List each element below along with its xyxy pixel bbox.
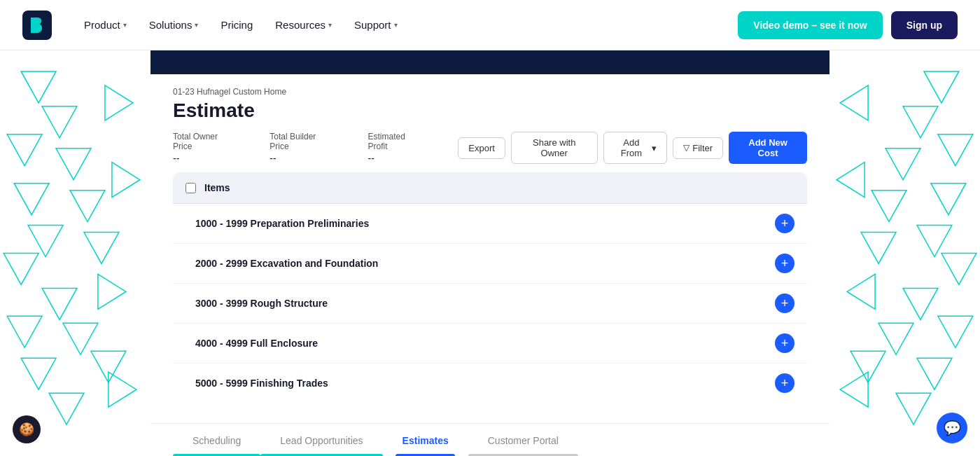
svg-marker-6 [70,191,105,222]
export-button[interactable]: Export [458,137,505,159]
estimate-section: 01-23 Hufnagel Custom Home Estimate Tota… [150,74,830,172]
svg-marker-32 [917,358,952,389]
svg-marker-13 [21,358,56,389]
chat-button[interactable]: 💬 [937,413,967,443]
svg-marker-26 [917,226,952,257]
add-cost-2-button[interactable]: + [775,293,794,313]
svg-marker-8 [4,254,38,285]
nav-links: Product ▾ Solutions ▾ Pricing Resources … [74,13,738,36]
add-cost-4-button[interactable]: + [775,373,794,393]
filter-icon: ▽ [683,143,690,153]
svg-marker-34 [896,393,931,424]
cost-item-1[interactable]: 2000 - 2999 Excavation and Foundation + [173,244,807,284]
svg-marker-15 [49,393,84,424]
share-with-owner-button[interactable]: Share with Owner [511,132,598,164]
items-header: Items [173,172,807,204]
svg-marker-22 [938,134,973,166]
svg-marker-21 [903,106,938,138]
items-table: Items 1000 - 1999 Preparation Preliminar… [173,172,807,403]
cost-item-3[interactable]: 4000 - 4999 Full Enclosure + [173,324,807,364]
cost-item-4[interactable]: 5000 - 5999 Finishing Trades + [173,364,807,403]
total-owner-price: Total Owner Price -- [173,132,236,164]
app-header-bar [150,50,830,74]
add-from-button[interactable]: Add From ▾ [603,132,668,164]
nav-resources[interactable]: Resources ▾ [265,13,342,36]
svg-marker-16 [105,85,133,120]
chevron-down-icon: ▾ [328,21,332,29]
svg-marker-17 [112,163,140,198]
tab-customer-portal[interactable]: Customer Portal [468,424,578,456]
svg-marker-37 [847,274,875,309]
svg-marker-5 [14,184,49,215]
svg-marker-20 [924,71,959,103]
svg-marker-7 [28,226,63,257]
cost-item-0[interactable]: 1000 - 1999 Preparation Preliminaries + [173,204,807,244]
tab-lead-opportunities[interactable]: Lead Opportunities [260,424,382,456]
svg-marker-4 [56,148,91,180]
app-center: 01-23 Hufnagel Custom Home Estimate Tota… [150,50,830,456]
add-new-cost-button[interactable]: Add New Cost [729,132,807,164]
breadcrumb: 01-23 Hufnagel Custom Home [173,87,807,97]
svg-marker-29 [903,288,938,319]
estimated-profit: Estimated Profit -- [368,132,425,164]
navbar: Product ▾ Solutions ▾ Pricing Resources … [0,0,980,50]
svg-marker-3 [7,134,42,166]
nav-solutions[interactable]: Solutions ▾ [139,13,209,36]
page-title: Estimate [173,99,807,122]
cookie-button[interactable]: 🍪 [13,415,41,443]
tabs-row: Scheduling Lead Opportunities Estimates … [150,423,830,456]
svg-marker-35 [840,85,868,120]
filter-button[interactable]: ▽ Filter [673,137,723,159]
chevron-down-icon: ▾ [652,143,657,153]
svg-marker-1 [21,71,56,103]
svg-marker-9 [84,233,119,264]
estimate-meta: Total Owner Price -- Total Builder Price… [173,132,807,164]
svg-marker-28 [861,233,896,264]
svg-marker-18 [98,274,126,309]
svg-marker-36 [836,163,864,198]
tab-estimates[interactable]: Estimates [383,424,468,456]
svg-marker-27 [941,254,976,285]
add-cost-1-button[interactable]: + [775,254,794,273]
svg-marker-11 [7,316,42,347]
chevron-down-icon: ▾ [394,21,398,29]
signup-button[interactable]: Sign up [891,11,958,39]
content-wrapper: 01-23 Hufnagel Custom Home Estimate Tota… [0,50,980,456]
svg-marker-19 [108,372,136,407]
nav-support[interactable]: Support ▾ [344,13,407,36]
decorative-right [830,50,980,456]
svg-marker-23 [886,148,920,180]
chevron-down-icon: ▾ [195,21,198,29]
svg-marker-12 [63,323,98,354]
decorative-left [0,50,150,456]
video-demo-button[interactable]: Video demo – see it now [738,11,882,39]
tab-scheduling[interactable]: Scheduling [173,424,260,456]
svg-marker-10 [42,288,77,319]
svg-marker-2 [42,106,77,138]
svg-marker-38 [840,372,868,407]
cookie-icon: 🍪 [19,422,34,437]
svg-marker-25 [872,191,906,222]
nav-product[interactable]: Product ▾ [74,13,136,36]
total-builder-price: Total Builder Price -- [270,132,334,164]
svg-marker-30 [938,316,973,347]
add-cost-0-button[interactable]: + [775,214,794,233]
svg-marker-31 [878,323,913,354]
logo[interactable] [22,11,52,40]
add-cost-3-button[interactable]: + [775,333,794,353]
svg-marker-24 [931,184,966,215]
select-all-checkbox[interactable] [186,183,196,193]
chevron-down-icon: ▾ [123,21,127,29]
nav-cta: Video demo – see it now Sign up [738,11,958,39]
chat-icon: 💬 [944,420,961,436]
nav-pricing[interactable]: Pricing [211,13,262,36]
cost-item-2[interactable]: 3000 - 3999 Rough Structure + [173,284,807,324]
estimate-actions: Export Share with Owner Add From ▾ ▽ Fil… [458,132,807,164]
